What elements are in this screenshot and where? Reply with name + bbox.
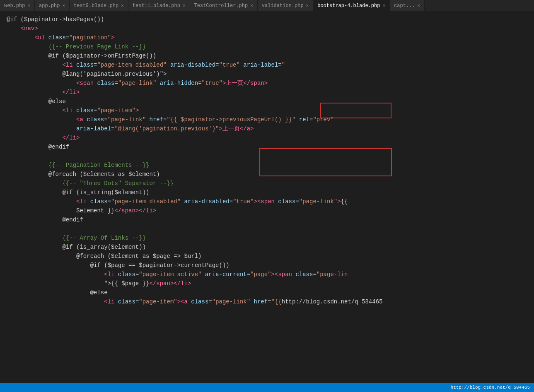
code-text: @if ($page == $paginator->currentPage()) <box>7 261 230 270</box>
code-text: @foreach ($elements as $element) <box>7 170 160 179</box>
tab-close-testcontroller[interactable]: × <box>250 3 253 8</box>
code-text: @lang('pagination.previous')"> <box>7 70 167 79</box>
code-text <box>7 106 62 115</box>
code-text <box>7 124 76 133</box>
code-text <box>7 88 62 97</box>
code-line-25: {{-- Array Of Links --}} <box>0 233 534 243</box>
tab-bootstrap4-blade[interactable]: bootstrap-4.blade.php × <box>313 0 390 11</box>
code-text <box>7 179 62 188</box>
code-text <box>7 233 62 243</box>
tab-web-php[interactable]: web.php × <box>0 0 35 11</box>
status-bar: http://blog.csdn.net/q_584465 <box>0 383 534 392</box>
tab-label: bootstrap-4.blade.php <box>317 3 380 9</box>
tab-app-php[interactable]: app.php × <box>35 0 70 11</box>
code-line-1: @if ($paginator->hasPages()) <box>0 15 534 24</box>
code-line-27: @foreach ($element as $page => $url) <box>0 252 534 261</box>
code-text <box>7 79 76 88</box>
code-text: @if (is_string($element)) <box>7 188 149 197</box>
code-text <box>7 42 48 51</box>
tab-close-test9-blade[interactable]: × <box>121 3 124 8</box>
code-text: ">{{ $page }} <box>7 279 149 288</box>
tab-testcontroller[interactable]: TestController.php × <box>190 0 258 11</box>
code-line-11: <li class="page-item"> <box>0 106 534 115</box>
code-line-20: @if (is_string($element)) <box>0 188 534 197</box>
tab-close-bootstrap4-blade[interactable]: × <box>382 3 385 8</box>
code-text <box>7 60 62 70</box>
code-line-empty2 <box>0 224 534 233</box>
code-line-19: {{-- "Three Dots" Separator --}} <box>0 179 534 188</box>
code-text: @endif <box>7 142 69 152</box>
tab-test11-blade[interactable]: test11.blade.php × <box>128 0 190 11</box>
tab-label: app.php <box>39 3 60 9</box>
code-line-14: </li> <box>0 133 534 142</box>
code-line-15: @endif <box>0 142 534 152</box>
code-line-empty1 <box>0 152 534 161</box>
code-line-22: $element }}</span></li> <box>0 206 534 215</box>
code-line-17: {{-- Pagination Elements --}} <box>0 161 534 170</box>
code-text: @endif <box>7 215 83 224</box>
tab-label: test9.blade.php <box>74 3 118 9</box>
code-line-10: @else <box>0 97 534 106</box>
code-text: $element }} <box>7 206 114 215</box>
code-container: @if ($paginator->hasPages()) <nav> <ul c… <box>0 12 534 310</box>
code-line-23: @endif <box>0 215 534 224</box>
tab-label: test11.blade.php <box>133 3 180 9</box>
code-line-31: @else <box>0 288 534 297</box>
code-line-8: <span class="page-link" aria-hidden="tru… <box>0 79 534 88</box>
tab-label: validation.php <box>262 3 304 9</box>
code-line-4: {{-- Previous Page Link --}} <box>0 42 534 51</box>
tab-test9-blade[interactable]: test9.blade.php × <box>70 0 128 11</box>
code-line-18: @foreach ($elements as $element) <box>0 170 534 179</box>
code-text: @if ($paginator->hasPages()) <box>7 15 104 24</box>
tab-close-test11-blade[interactable]: × <box>183 3 186 8</box>
code-text <box>7 115 76 124</box>
code-line-2: <nav> <box>0 24 534 33</box>
code-line-7: @lang('pagination.previous')"> <box>0 70 534 79</box>
code-text <box>7 197 76 206</box>
code-text <box>7 270 104 279</box>
code-text <box>7 33 34 42</box>
code-line-29: <li class="page-item active" aria-curren… <box>0 270 534 279</box>
tab-close-app-php[interactable]: × <box>62 3 65 8</box>
tab-close-validation[interactable]: × <box>306 3 309 8</box>
code-line-32: <li class="page-item"><a class="page-lin… <box>0 297 534 306</box>
code-text: @if (is_array($element)) <box>7 243 146 252</box>
code-text <box>7 24 21 33</box>
code-line-3: <ul class="pagination"> <box>0 33 534 42</box>
code-line-9: </li> <box>0 88 534 97</box>
code-line-5: @if ($paginator->onFirstPage()) <box>0 51 534 60</box>
code-text: @else <box>7 288 108 297</box>
tab-close-web-php[interactable]: × <box>27 3 30 8</box>
code-line-6: <li class="page-item disabled" aria-disa… <box>0 60 534 70</box>
code-text <box>7 297 104 306</box>
status-url: http://blog.csdn.net/q_584465 <box>451 385 530 390</box>
code-text <box>7 133 62 142</box>
code-line-28: @if ($page == $paginator->currentPage()) <box>0 261 534 270</box>
code-line-21: <li class="page-item disabled" aria-disa… <box>0 197 534 206</box>
tab-bar: web.php × app.php × test9.blade.php × te… <box>0 0 534 12</box>
code-line-26: @if (is_array($element)) <box>0 243 534 252</box>
tab-label: TestController.php <box>194 3 248 9</box>
tab-validation[interactable]: validation.php × <box>258 0 313 11</box>
tab-capt[interactable]: capt... × <box>390 0 425 11</box>
tab-label: capt... <box>394 3 415 9</box>
code-text <box>7 161 48 170</box>
code-line-13: aria-label="@lang('pagination.previous')… <box>0 124 534 133</box>
code-line-30: ">{{ $page }}</span></li> <box>0 279 534 288</box>
code-text: @else <box>7 97 66 106</box>
code-text: @foreach ($element as $page => $url) <box>7 252 201 261</box>
code-text: @if ($paginator->onFirstPage()) <box>7 51 156 60</box>
code-area: @if ($paginator->hasPages()) <nav> <ul c… <box>0 12 534 310</box>
tab-close-capt[interactable]: × <box>417 3 420 8</box>
tab-label: web.php <box>4 3 25 9</box>
code-line-12: <a class="page-link" href="{{ $paginator… <box>0 115 534 124</box>
